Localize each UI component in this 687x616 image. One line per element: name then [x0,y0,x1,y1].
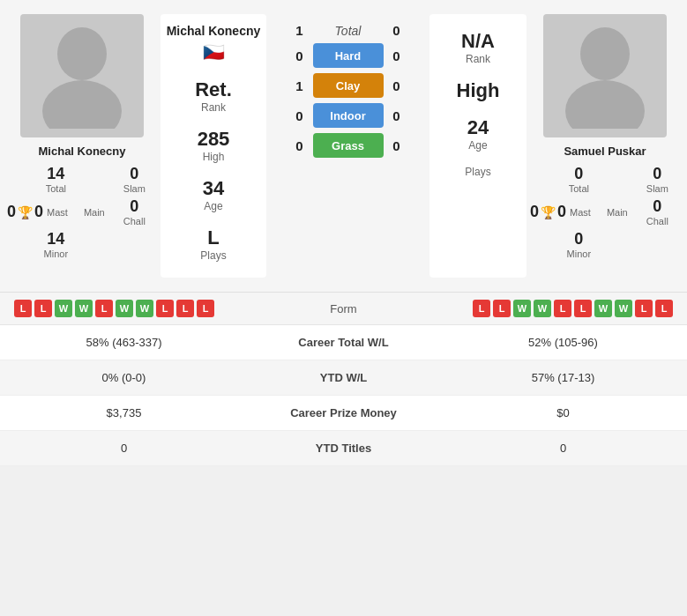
left-player-name-center: Michal Konecny [167,23,261,38]
left-flag: 🇨🇿 [203,41,225,63]
form-badge-left: L [176,300,194,317]
stats-row-right-value: 57% (17-13) [453,371,673,384]
form-badge-left: W [75,300,93,317]
form-badge-left: W [55,300,72,317]
stats-row-left-value: 0% (0-0) [14,371,234,384]
left-plays-block: L Plays [200,226,226,262]
surface-row-total: 1 Total 0 [270,23,426,38]
stats-row-label: YTD Titles [234,442,453,455]
svg-point-0 [57,27,107,80]
player-right-card: Samuel Puskar 0 Total 0 Slam 0 🏆 0 [530,14,680,278]
svg-point-3 [565,80,645,129]
surface-row-clay: 1 Clay 0 [270,73,426,98]
form-badge-right: L [574,300,592,317]
right-age-block: 24 Age [467,116,489,152]
surface-row-hard: 0 Hard 0 [270,43,426,68]
stats-row-right-value: 52% (105-96) [453,336,673,349]
form-badge-right: L [635,300,653,317]
form-row: LLWWLWWLLL Form LLWWLLWWLL [0,293,687,325]
form-badge-right: L [655,300,673,317]
left-middle-stats: Michal Konecny 🇨🇿 Ret. Rank 285 High 34 … [161,14,266,278]
surface-row-grass: 0 Grass 0 [270,133,426,158]
stats-row-label: YTD W/L [234,371,453,384]
right-high-block: High [457,79,500,102]
main-container: Michal Konecny 14 Total 0 Slam 0 🏆 0 [0,0,687,466]
player-right-name: Samuel Puskar [564,145,646,158]
stat-minor-left: 14 Minor [7,230,105,259]
left-high-block: 285 High [198,128,230,163]
form-label: Form [282,302,406,315]
form-badge-right: L [554,300,571,317]
stats-row-left-value: 58% (463-337) [14,336,234,349]
bottom-section: LLWWLWWLLL Form LLWWLLWWLL 58% (463-337)… [0,292,687,466]
form-badge-left: L [14,300,32,317]
player-left-card: Michal Konecny 14 Total 0 Slam 0 🏆 0 [7,14,157,278]
form-badge-right: L [473,300,490,317]
trophy-icon-left: 🏆 [18,205,33,219]
player-left-avatar [20,14,144,137]
form-badge-right: W [594,300,612,317]
player-left-stats: 14 Total 0 Slam 0 🏆 0 Mast Main [7,165,157,259]
stats-row: $3,735Career Prize Money$0 [0,396,687,431]
stats-row-left-value: $3,735 [14,406,234,419]
stat-chall-left: 0 Chall [112,197,157,226]
player-right-stats: 0 Total 0 Slam 0 🏆 0 Mast Main [530,165,680,259]
indoor-badge: Indoor [313,103,384,128]
left-age-block: 34 Age [203,177,224,212]
right-rank-block: N/A Rank [461,30,495,65]
stats-row-right-value: $0 [453,406,673,419]
stat-slam-left: 0 Slam [112,165,157,194]
stats-row-right-value: 0 [453,442,673,455]
grass-badge: Grass [313,133,384,158]
svg-point-2 [580,27,630,80]
hard-badge: Hard [313,43,384,68]
stats-row: 58% (463-337)Career Total W/L52% (105-96… [0,325,687,360]
stat-chall-right: 0 Chall [635,197,680,226]
stats-row: 0% (0-0)YTD W/L57% (17-13) [0,360,687,396]
svg-point-1 [42,80,122,129]
stat-slam-right: 0 Slam [635,165,680,194]
form-badge-right: W [534,300,551,317]
clay-badge: Clay [313,73,384,98]
player-right-avatar [543,14,667,137]
left-rank-block: Ret. Rank [195,78,232,114]
form-badges-left: LLWWLWWLLL [14,300,282,317]
player-left-name: Michal Konecny [39,145,126,158]
stats-row-label: Career Prize Money [234,406,453,419]
stat-minor-right: 0 Minor [530,230,628,259]
stat-mast-left: 0 🏆 0 Mast Main [7,197,105,226]
surface-row-indoor: 0 Indoor 0 [270,103,426,128]
form-badge-right: W [615,300,632,317]
right-middle-stats: N/A Rank High 24 Age Plays [429,14,526,278]
form-badge-left: L [156,300,174,317]
trophy-icon-right: 🏆 [541,205,556,219]
top-section: Michal Konecny 14 Total 0 Slam 0 🏆 0 [0,0,687,292]
stat-total-right: 0 Total [530,165,628,194]
form-badge-right: L [493,300,511,317]
right-plays-block: Plays [465,166,490,178]
form-badge-left: L [197,300,214,317]
stats-row-left-value: 0 [14,442,234,455]
form-badge-left: W [136,300,153,317]
form-badge-right: W [513,300,531,317]
stats-row-label: Career Total W/L [234,336,453,349]
form-badge-left: W [116,300,133,317]
stat-mast-right: 0 🏆 0 Mast Main [530,197,628,226]
stats-row: 0YTD Titles0 [0,431,687,466]
form-badges-right: LLWWLLWWLL [406,300,674,317]
stats-rows: 58% (463-337)Career Total W/L52% (105-96… [0,325,687,466]
stat-total-left: 14 Total [7,165,105,194]
form-badge-left: L [34,300,52,317]
form-badge-left: L [95,300,113,317]
surface-comparison: 1 Total 0 0 Hard 0 1 Clay 0 0 Indoor 0 [270,14,426,278]
